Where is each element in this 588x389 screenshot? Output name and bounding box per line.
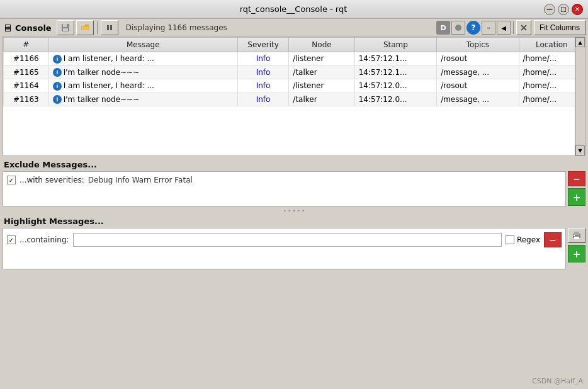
table-row[interactable]: #1163iI'm talker node~~~Info/talker14:57… — [4, 93, 585, 106]
svg-rect-3 — [107, 25, 109, 30]
minimize-button[interactable]: — — [544, 4, 555, 15]
col-header-severity: Severity — [237, 38, 289, 52]
exclude-remove-button[interactable]: − — [568, 171, 585, 186]
highlight-filter-row: ✓ ...containing: Regex − — [3, 228, 565, 251]
cell-stamp: 14:57:12.0... — [354, 93, 436, 106]
message-table: # Message Severity Node Stamp Topics Loc… — [3, 37, 585, 156]
print-button[interactable] — [568, 228, 585, 243]
exclude-checkbox[interactable]: ✓ — [7, 176, 16, 184]
cell-stamp: 14:57:12.1... — [354, 52, 436, 66]
scroll-down-arrow[interactable]: ▼ — [575, 145, 585, 155]
vertical-scrollbar[interactable]: ▲ ▼ — [575, 37, 585, 155]
cell-node: /talker — [289, 65, 354, 79]
extra-button[interactable]: ◀ — [497, 21, 511, 35]
top-right-controls: D ? - ◀ — [436, 21, 511, 35]
highlight-filter-box: ✓ ...containing: Regex − — [3, 228, 566, 269]
cell-topics: /message, ... — [437, 65, 519, 79]
exclude-add-button[interactable]: + — [568, 188, 585, 206]
highlight-empty-row — [3, 251, 565, 269]
cell-node: /talker — [289, 93, 354, 106]
save-icon — [61, 23, 70, 32]
cell-num: #1166 — [4, 52, 49, 66]
clear-icon — [520, 24, 528, 31]
window-controls: — □ ✕ — [544, 4, 583, 15]
cell-message: iI am listener, I heard: ... — [48, 79, 237, 93]
svg-rect-1 — [63, 24, 67, 27]
cell-stamp: 14:57:12.1... — [354, 65, 436, 79]
cell-message: iI'm talker node~~~ — [48, 93, 237, 106]
dash-button[interactable]: - — [482, 21, 495, 35]
exclude-filter-label: ...with severities: — [20, 176, 84, 184]
pause-icon — [106, 24, 113, 31]
exclude-label: Exclude Messages... — [0, 156, 588, 171]
print-icon — [572, 230, 582, 240]
cell-node: /listener — [289, 79, 354, 93]
col-header-topics: Topics — [437, 38, 519, 52]
watermark: CSDN @Half_A — [532, 377, 583, 385]
record-button[interactable] — [451, 21, 465, 35]
table-row[interactable]: #1164iI am listener, I heard: ...Info/li… — [4, 79, 585, 93]
cell-message: iI am listener, I heard: ... — [48, 52, 237, 66]
highlight-filter-label: ...containing: — [20, 235, 69, 244]
console-icon: 🖥 — [3, 22, 13, 34]
cell-stamp: 14:57:12.0... — [354, 79, 436, 93]
regex-checkbox[interactable] — [506, 235, 514, 244]
pause-button[interactable] — [101, 20, 118, 35]
highlight-side-buttons: + — [568, 228, 585, 262]
open-button[interactable] — [76, 20, 94, 35]
info-icon: i — [53, 95, 62, 104]
console-header: 🖥 Console — [0, 19, 588, 37]
table-row[interactable]: #1166iI am listener, I heard: ...Info/li… — [4, 52, 585, 66]
d-icon: D — [436, 21, 450, 35]
help-button[interactable]: ? — [466, 21, 480, 35]
col-header-num: # — [4, 38, 49, 52]
cell-node: /listener — [289, 52, 354, 66]
cell-severity: Info — [237, 65, 289, 79]
cell-severity: Info — [237, 79, 289, 93]
cell-topics: /rosout — [437, 79, 519, 93]
exclude-side-buttons: − + — [568, 171, 585, 206]
svg-rect-10 — [574, 235, 575, 236]
col-header-stamp: Stamp — [354, 38, 436, 52]
scroll-up-arrow[interactable]: ▲ — [575, 37, 585, 47]
table-row[interactable]: #1165iI'm talker node~~~Info/talker14:57… — [4, 65, 585, 79]
highlight-section: Highlight Messages... ✓ ...containing: R… — [0, 213, 588, 272]
highlight-remove-button[interactable]: − — [544, 232, 562, 247]
save-button[interactable] — [57, 20, 74, 35]
info-icon: i — [53, 82, 62, 91]
highlight-checkbox[interactable]: ✓ — [7, 235, 16, 244]
exclude-empty-row — [3, 188, 565, 206]
info-icon: i — [53, 55, 62, 64]
exclude-filter-box: ✓ ...with severities: Debug Info Warn Er… — [3, 171, 566, 206]
cell-num: #1164 — [4, 79, 49, 93]
svg-rect-4 — [110, 25, 112, 30]
scroll-thumb[interactable] — [576, 48, 584, 145]
close-button[interactable]: ✕ — [572, 4, 583, 15]
highlight-label: Highlight Messages... — [0, 213, 588, 228]
exclude-section: Exclude Messages... ✓ ...with severities… — [0, 156, 588, 209]
svg-rect-2 — [63, 28, 68, 31]
cell-num: #1163 — [4, 93, 49, 106]
fit-columns-button[interactable]: Fit Columns — [534, 20, 585, 35]
cell-severity: Info — [237, 93, 289, 106]
exclude-severities: Debug Info Warn Error Fatal — [88, 176, 193, 184]
col-header-message: Message — [48, 38, 237, 52]
col-header-node: Node — [289, 38, 354, 52]
highlight-add-button[interactable]: + — [568, 245, 585, 262]
folder-icon — [81, 23, 89, 32]
cell-topics: /rosout — [437, 52, 519, 66]
separator — [97, 21, 98, 34]
cell-message: iI'm talker node~~~ — [48, 65, 237, 79]
main-window: 🖥 Console — [0, 19, 588, 389]
regex-label: Regex — [517, 235, 540, 244]
regex-option: Regex — [506, 235, 540, 244]
clear-button[interactable] — [516, 20, 531, 35]
cell-topics: /message, ... — [437, 93, 519, 106]
maximize-button[interactable]: □ — [558, 4, 569, 15]
highlight-text-input[interactable] — [73, 233, 502, 247]
svg-rect-8 — [574, 232, 579, 235]
info-icon: i — [53, 68, 62, 77]
display-message: Displaying 1166 messages — [126, 23, 227, 32]
cell-severity: Info — [237, 52, 289, 66]
separator2 — [513, 21, 514, 34]
